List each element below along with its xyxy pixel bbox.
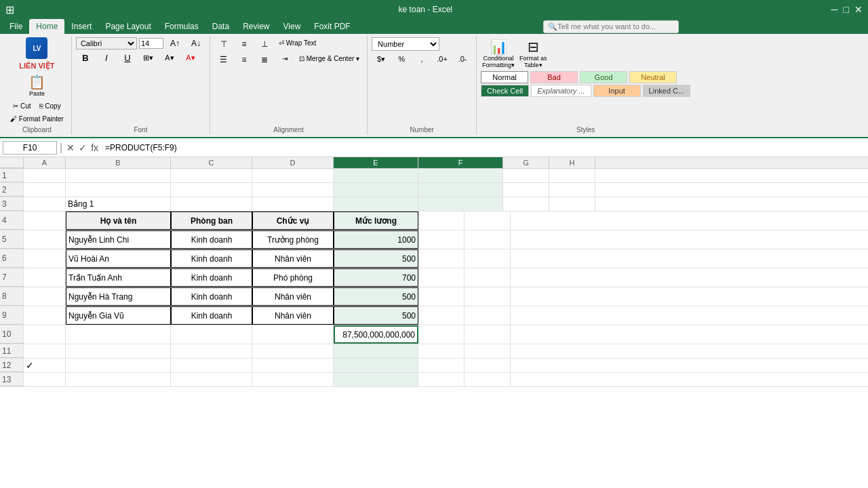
cell-G2[interactable] <box>503 183 549 197</box>
cell-F2[interactable] <box>418 183 503 197</box>
cell-A11[interactable] <box>24 344 66 358</box>
style-linked[interactable]: Linked C... <box>643 85 691 97</box>
cell-phong-ban-header[interactable]: Phòng ban <box>171 211 252 230</box>
cell-G10[interactable] <box>418 325 465 344</box>
tab-formulas[interactable]: Formulas <box>158 19 205 34</box>
bold-button[interactable]: B <box>76 52 95 64</box>
format-as-table-btn[interactable]: ⊟ Format asTable▾ <box>518 37 549 70</box>
cell-D2[interactable] <box>252 183 334 197</box>
col-header-G[interactable]: G <box>503 157 549 168</box>
tab-foxit[interactable]: Foxit PDF <box>307 19 357 34</box>
cell-A13[interactable] <box>24 373 66 386</box>
close-btn[interactable]: ✕ <box>854 4 863 15</box>
copy-button[interactable]: ⎘ Copy <box>36 100 64 112</box>
cell-D1[interactable] <box>252 169 334 182</box>
cell-A12[interactable]: ✓ <box>24 359 66 372</box>
cell-D12[interactable] <box>252 359 334 372</box>
col-header-H[interactable]: H <box>549 157 595 168</box>
maximize-btn[interactable]: □ <box>844 4 849 15</box>
cell-role-9[interactable]: Nhân viên <box>252 306 334 325</box>
cell-role-6[interactable]: Nhân viên <box>252 249 334 268</box>
cell-C11[interactable] <box>171 344 252 358</box>
percent-btn[interactable]: % <box>392 53 411 66</box>
fill-color-button[interactable]: A▾ <box>160 52 179 64</box>
format-painter-button[interactable]: 🖌 Format Painter <box>7 113 67 125</box>
cell-B3[interactable]: Bảng 1 <box>66 197 171 211</box>
cell-muc-luong-header[interactable]: Mức lương <box>334 211 418 230</box>
search-input[interactable] <box>557 22 666 30</box>
cell-G13[interactable] <box>418 373 465 386</box>
cell-D10[interactable] <box>252 325 334 344</box>
cell-E2[interactable] <box>334 183 418 197</box>
cell-name-5[interactable]: Nguyễn Linh Chi <box>66 230 171 249</box>
italic-button[interactable]: I <box>97 52 116 64</box>
cell-A6[interactable] <box>24 249 66 268</box>
col-header-D[interactable]: D <box>252 157 334 168</box>
cell-F1[interactable] <box>418 169 503 182</box>
cell-name-8[interactable]: Nguyễn Hà Trang <box>66 287 171 306</box>
cell-H13[interactable] <box>465 373 511 386</box>
tab-data[interactable]: Data <box>205 19 236 34</box>
cell-G3[interactable] <box>503 197 549 211</box>
cell-B10[interactable] <box>66 325 171 344</box>
align-top-btn[interactable]: ⊤ <box>214 37 233 51</box>
inc-decimal-btn[interactable]: .0+ <box>433 53 452 66</box>
tab-view[interactable]: View <box>277 19 308 34</box>
cell-B2[interactable] <box>66 183 171 197</box>
cell-G12[interactable] <box>418 359 465 372</box>
cell-H10[interactable] <box>465 325 511 344</box>
align-middle-btn[interactable]: ≡ <box>235 37 254 51</box>
cell-chuc-vu-header[interactable]: Chức vụ <box>252 211 334 230</box>
cell-C12[interactable] <box>171 359 252 372</box>
cell-C1[interactable] <box>171 169 252 182</box>
cell-F12[interactable] <box>334 359 418 372</box>
cell-role-8[interactable]: Nhân viên <box>252 287 334 306</box>
cell-G8[interactable] <box>418 287 465 306</box>
cell-D11[interactable] <box>252 344 334 358</box>
col-header-A[interactable]: A <box>24 157 66 168</box>
cell-salary-7[interactable]: 700 <box>334 268 418 287</box>
cell-A2[interactable] <box>24 183 66 197</box>
font-name-select[interactable]: Calibri <box>76 37 137 49</box>
cell-H9[interactable] <box>465 306 511 325</box>
cell-F10-active[interactable]: 87,500,000,000,000 <box>334 325 418 344</box>
paste-button[interactable]: 📋 Paste <box>25 72 49 99</box>
col-header-E[interactable]: E <box>334 157 418 168</box>
cell-H7[interactable] <box>465 268 511 287</box>
cell-A8[interactable] <box>24 287 66 306</box>
cell-A5[interactable] <box>24 230 66 249</box>
cell-role-5[interactable]: Trưởng phòng <box>252 230 334 249</box>
cell-C13[interactable] <box>171 373 252 386</box>
cell-C10[interactable] <box>171 325 252 344</box>
cell-A9[interactable] <box>24 306 66 325</box>
style-check-cell[interactable]: Check Cell <box>481 85 529 97</box>
align-right-btn[interactable]: ≣ <box>255 53 274 66</box>
cell-G1[interactable] <box>503 169 549 182</box>
accept-formula-btn[interactable]: ✓ <box>77 142 88 153</box>
cell-G6[interactable] <box>418 249 465 268</box>
style-explanatory[interactable]: Explanatory ... <box>531 85 591 97</box>
col-header-F[interactable]: F <box>418 157 503 168</box>
cell-B11[interactable] <box>66 344 171 358</box>
cell-H12[interactable] <box>465 359 511 372</box>
cell-F3[interactable] <box>418 197 503 211</box>
cell-H1[interactable] <box>549 169 595 182</box>
tab-review[interactable]: Review <box>236 19 276 34</box>
cell-C2[interactable] <box>171 183 252 197</box>
align-bottom-btn[interactable]: ⊥ <box>255 37 274 51</box>
cell-H2[interactable] <box>549 183 595 197</box>
cell-G9[interactable] <box>418 306 465 325</box>
cell-G4[interactable] <box>418 211 465 230</box>
cell-G7[interactable] <box>418 268 465 287</box>
name-box[interactable]: F10 <box>3 141 57 155</box>
cell-dept-8[interactable]: Kinh doanh <box>171 287 252 306</box>
merge-center-btn[interactable]: ⊡ Merge & Center ▾ <box>296 53 363 66</box>
cell-H4[interactable] <box>465 211 511 230</box>
cell-E3[interactable] <box>334 197 418 211</box>
comma-btn[interactable]: , <box>412 53 431 66</box>
dec-decimal-btn[interactable]: .0- <box>453 53 472 66</box>
cell-B1[interactable] <box>66 169 171 182</box>
tab-home[interactable]: Home <box>29 19 64 34</box>
cell-F11[interactable] <box>334 344 418 358</box>
cell-D3[interactable] <box>252 197 334 211</box>
